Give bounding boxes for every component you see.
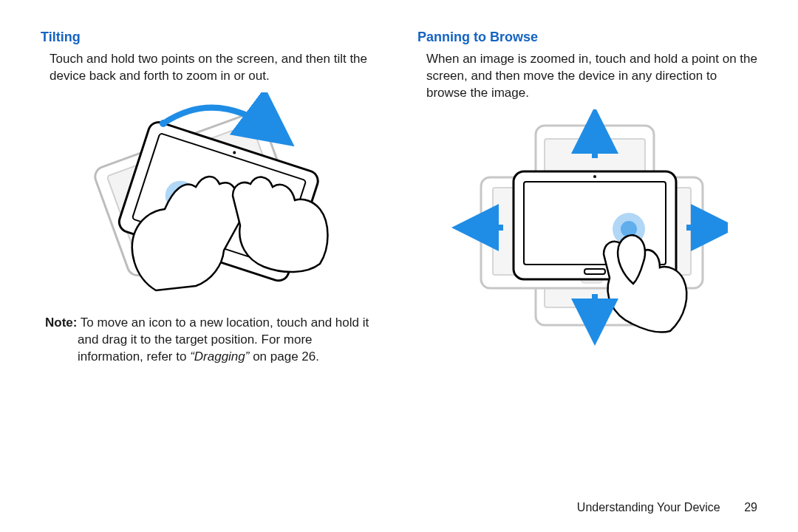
footer-page-number: 29 xyxy=(744,501,757,514)
right-column: Panning to Browse When an image is zoome… xyxy=(417,30,757,378)
page-footer: Understanding Your Device 29 xyxy=(577,501,757,514)
left-column: Tilting Touch and hold two points on the… xyxy=(41,30,381,378)
tilting-body: Touch and hold two points on the screen,… xyxy=(41,51,381,85)
panning-body: When an image is zoomed in, touch and ho… xyxy=(417,51,757,102)
svg-rect-21 xyxy=(584,269,605,274)
footer-section: Understanding Your Device xyxy=(577,501,720,514)
tilting-figure xyxy=(41,92,381,302)
note-body-b: on page 26. xyxy=(249,349,319,364)
panning-figure xyxy=(417,109,757,349)
note-label: Note: xyxy=(45,316,77,330)
tilting-note: Note: To move an icon to a new location,… xyxy=(41,315,381,366)
note-ref: “Dragging” xyxy=(190,349,249,364)
svg-point-20 xyxy=(593,175,596,178)
panning-heading: Panning to Browse xyxy=(417,30,757,45)
svg-point-11 xyxy=(160,120,167,127)
tilting-heading: Tilting xyxy=(41,30,381,45)
